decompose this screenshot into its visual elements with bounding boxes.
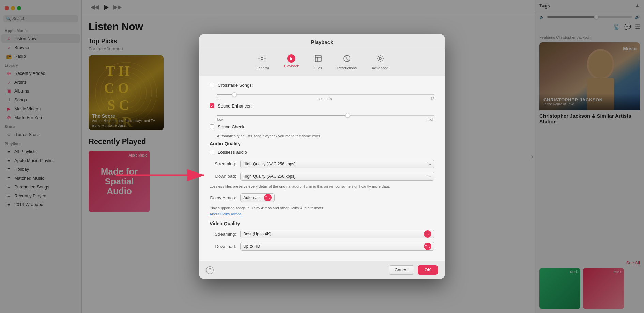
svg-point-16 xyxy=(261,57,263,60)
tab-restrictions[interactable]: Restrictions xyxy=(335,53,359,71)
vq-streaming-value: Best (Up to 4K) xyxy=(243,232,271,236)
modal-tabs: General ▶ Playback Files xyxy=(199,49,445,76)
sound-enhancer-high: high xyxy=(427,117,434,121)
dolby-value: Automatic xyxy=(243,195,261,200)
sound-enhancer-row: ✓ Sound Enhancer: xyxy=(210,103,434,109)
ok-button[interactable]: OK xyxy=(418,265,438,275)
modal-titlebar: Playback xyxy=(199,34,445,49)
crossfade-seconds-label: seconds xyxy=(318,97,332,101)
footer-buttons: Cancel OK xyxy=(389,265,438,275)
tab-files[interactable]: Files xyxy=(311,53,325,71)
dolby-atmos-row: Dolby Atmos: Automatic ⌃⌄ xyxy=(210,193,434,202)
sound-check-row: Sound Check xyxy=(210,124,434,129)
tab-advanced[interactable]: Advanced xyxy=(369,53,391,71)
download-label: Download: xyxy=(210,174,240,179)
svg-rect-17 xyxy=(315,55,321,62)
crossfade-label: Crossfade Songs: xyxy=(218,83,253,88)
advanced-tab-label: Advanced xyxy=(372,66,388,70)
svg-line-19 xyxy=(344,56,349,61)
arrow-container xyxy=(116,163,211,188)
crossfade-slider-labels: 1 seconds 12 xyxy=(217,97,434,101)
modal-overlay: Playback General ▶ Playback xyxy=(0,0,644,313)
lossless-label: Lossless audio xyxy=(218,150,247,155)
playback-tab-icon: ▶ xyxy=(287,54,295,63)
vq-download-stepper[interactable]: ⌃⌄ xyxy=(424,243,431,250)
streaming-dropdown[interactable]: High Quality (AAC 256 kbps) ⌃⌄ xyxy=(240,160,434,168)
sound-enhancer-slider-row: low high xyxy=(210,113,434,124)
dolby-link[interactable]: About Dolby Atmos. xyxy=(210,212,434,216)
crossfade-max: 12 xyxy=(430,97,434,101)
sound-enhancer-labels: low high xyxy=(217,117,434,121)
svg-point-20 xyxy=(379,57,381,60)
sound-check-label: Sound Check xyxy=(218,124,244,129)
lossless-helper: Lossless files preserve every detail of … xyxy=(210,184,434,189)
cancel-button[interactable]: Cancel xyxy=(389,265,414,275)
help-button[interactable]: ? xyxy=(206,266,214,274)
dolby-label: Dolby Atmos: xyxy=(210,195,240,200)
sound-enhancer-checkbox[interactable]: ✓ xyxy=(210,103,214,108)
vq-download-row: Download: Up to HD ⌃⌄ xyxy=(210,242,434,251)
streaming-label: Streaming: xyxy=(210,161,240,166)
vq-streaming-dropdown[interactable]: Best (Up to 4K) ⌃⌄ xyxy=(240,230,434,238)
vq-streaming-label: Streaming: xyxy=(210,232,240,237)
download-quality-row: Download: High Quality (AAC 256 kbps) ⌃⌄ xyxy=(210,172,434,181)
vq-streaming-row: Streaming: Best (Up to 4K) ⌃⌄ xyxy=(210,230,434,238)
sound-enhancer-label: Sound Enhancer: xyxy=(218,103,252,109)
audio-quality-heading: Audio Quality xyxy=(210,141,434,146)
crossfade-checkbox[interactable] xyxy=(210,83,214,87)
streaming-quality-row: Streaming: High Quality (AAC 256 kbps) ⌃… xyxy=(210,160,434,168)
general-tab-label: General xyxy=(256,66,269,70)
crossfade-row: Crossfade Songs: xyxy=(210,83,434,88)
vq-streaming-stepper[interactable]: ⌃⌄ xyxy=(424,230,431,238)
download-dropdown[interactable]: High Quality (AAC 256 kbps) ⌃⌄ xyxy=(240,172,434,181)
tab-general[interactable]: General xyxy=(253,53,272,71)
dolby-dropdown[interactable]: Automatic ⌃⌄ xyxy=(240,193,275,202)
modal-footer: ? Cancel OK xyxy=(199,261,445,279)
restrictions-tab-label: Restrictions xyxy=(337,66,357,70)
download-value: High Quality (AAC 256 kbps) xyxy=(243,174,295,179)
crossfade-min: 1 xyxy=(217,97,219,101)
streaming-arrows: ⌃⌄ xyxy=(426,162,431,166)
files-tab-icon xyxy=(314,54,322,65)
sound-check-description: Automatically adjusts song playback volu… xyxy=(217,134,434,138)
vq-download-label: Download: xyxy=(210,244,240,249)
dolby-description: Play supported songs in Dolby Atmos and … xyxy=(210,205,434,211)
lossless-checkbox[interactable] xyxy=(210,150,214,154)
vq-download-value: Up to HD xyxy=(243,244,260,249)
sound-check-checkbox[interactable] xyxy=(210,124,214,129)
crossfade-slider-row: 1 seconds 12 xyxy=(210,93,434,103)
modal-body: Crossfade Songs: 1 seconds 12 ✓ xyxy=(199,76,445,261)
video-quality-heading: Video Quality xyxy=(210,221,434,226)
advanced-tab-icon xyxy=(376,54,384,65)
sound-enhancer-low: low xyxy=(217,117,223,121)
vq-download-dropdown[interactable]: Up to HD ⌃⌄ xyxy=(240,242,434,251)
restrictions-tab-icon xyxy=(343,54,351,65)
streaming-value: High Quality (AAC 256 kbps) xyxy=(243,162,295,166)
lossless-row: Lossless audio xyxy=(210,150,434,155)
playback-tab-label: Playback xyxy=(284,64,299,68)
sound-enhancer-slider[interactable] xyxy=(217,115,434,116)
crossfade-slider[interactable] xyxy=(217,94,434,95)
tab-playback[interactable]: ▶ Playback xyxy=(281,53,302,71)
files-tab-label: Files xyxy=(314,66,322,70)
preferences-modal: Playback General ▶ Playback xyxy=(199,34,445,279)
modal-title: Playback xyxy=(311,39,333,45)
general-tab-icon xyxy=(258,54,266,65)
download-arrows: ⌃⌄ xyxy=(426,174,431,178)
dolby-stepper[interactable]: ⌃⌄ xyxy=(264,194,272,201)
